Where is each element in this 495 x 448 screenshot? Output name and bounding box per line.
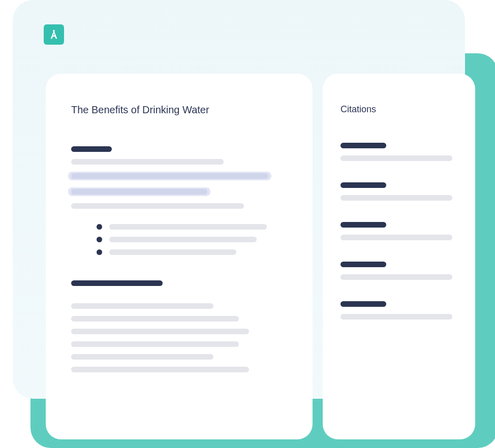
citation-text — [341, 274, 452, 280]
citation-text — [341, 195, 452, 201]
citations-card: Citations — [323, 74, 475, 439]
heading-placeholder — [71, 146, 112, 152]
logo-a-icon — [48, 29, 59, 40]
text-line — [71, 341, 239, 347]
text-line — [71, 303, 213, 309]
content-section-1 — [71, 146, 287, 209]
bullet-icon — [97, 249, 102, 255]
text-line — [71, 159, 224, 165]
citation-item[interactable] — [341, 222, 457, 240]
list-item — [97, 224, 287, 230]
highlighted-text-line-1[interactable] — [68, 172, 271, 180]
content-section-2 — [71, 280, 287, 372]
citation-heading — [341, 262, 386, 267]
text-line — [71, 367, 249, 372]
citation-item[interactable] — [341, 262, 457, 280]
citation-item[interactable] — [341, 143, 457, 161]
text-line — [109, 249, 236, 255]
text-line — [109, 237, 257, 242]
heading-placeholder — [71, 280, 163, 286]
highlighted-text-line-2[interactable] — [68, 187, 210, 196]
citation-item[interactable] — [341, 301, 457, 319]
document-card: The Benefits of Drinking Water — [46, 74, 313, 439]
citation-heading — [341, 222, 386, 228]
app-logo — [44, 24, 64, 45]
text-line — [71, 203, 244, 209]
citations-title: Citations — [341, 104, 457, 115]
list-item — [97, 237, 287, 242]
text-line — [71, 316, 239, 322]
bullet-icon — [97, 224, 102, 230]
text-line — [71, 354, 213, 360]
citation-text — [341, 235, 452, 240]
citation-text — [341, 314, 452, 319]
bullet-icon — [97, 237, 102, 242]
citation-heading — [341, 143, 386, 148]
document-title: The Benefits of Drinking Water — [71, 104, 287, 116]
citation-heading — [341, 182, 386, 188]
bullet-list — [71, 224, 287, 255]
svg-point-0 — [53, 30, 55, 32]
text-line — [71, 329, 249, 334]
citation-item[interactable] — [341, 182, 457, 201]
list-item — [97, 249, 287, 255]
citation-heading — [341, 301, 386, 307]
citation-text — [341, 155, 452, 161]
text-line — [109, 224, 267, 230]
